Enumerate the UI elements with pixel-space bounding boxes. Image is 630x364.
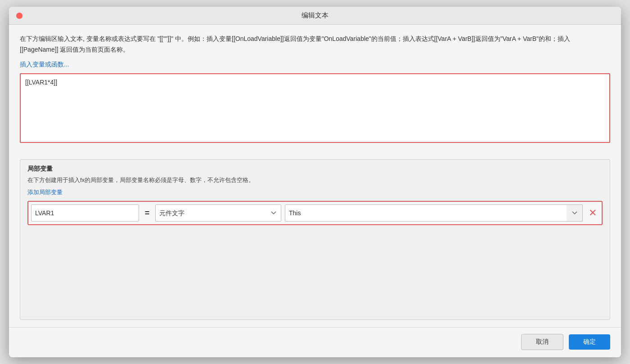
editor-content: [[LVAR1*4]]	[24, 78, 606, 87]
add-local-var-link[interactable]: 添加局部变量	[27, 188, 63, 196]
dialog-body: 在下方编辑区输入文本, 变量名称或表达式要写在 "[[""]]" 中。例如：插入…	[9, 25, 621, 327]
delete-var-button[interactable]: ✕	[586, 207, 599, 219]
var-row-wrapper: = 元件文字 元件宽度 元件高度 元件X 元件Y 全局变量 局部变量	[27, 201, 603, 225]
equals-sign: =	[143, 209, 152, 218]
var-row: = 元件文字 元件宽度 元件高度 元件X 元件Y 全局变量 局部变量	[31, 204, 599, 222]
dialog-title: 编辑文本	[302, 11, 328, 20]
insert-variable-link[interactable]: 插入变量或函数...	[20, 61, 610, 69]
var-value-input[interactable]	[285, 204, 583, 222]
dialog-footer: 取消 确定	[9, 327, 621, 357]
description-text: 在下方编辑区输入文本, 变量名称或表达式要写在 "[[""]]" 中。例如：插入…	[20, 34, 610, 55]
cancel-button[interactable]: 取消	[521, 334, 563, 350]
var-value-dropdown-arrow[interactable]	[567, 204, 583, 222]
local-var-desc: 在下方创建用于插入fx的局部变量，局部变量名称必须是字母、数字，不允许包含空格。	[27, 176, 603, 185]
confirm-button[interactable]: 确定	[569, 334, 610, 350]
edit-text-dialog: 编辑文本 在下方编辑区输入文本, 变量名称或表达式要写在 "[[""]]" 中。…	[9, 7, 621, 357]
local-var-section: 局部变量 在下方创建用于插入fx的局部变量，局部变量名称必须是字母、数字，不允许…	[20, 159, 610, 320]
var-type-select[interactable]: 元件文字 元件宽度 元件高度 元件X 元件Y 全局变量 局部变量	[155, 204, 281, 222]
close-button[interactable]	[16, 13, 22, 19]
title-bar: 编辑文本	[9, 7, 621, 25]
var-name-input[interactable]	[31, 204, 139, 222]
text-editor[interactable]: [[LVAR1*4]]	[20, 73, 610, 143]
local-var-title: 局部变量	[27, 165, 603, 173]
chevron-down-icon	[572, 211, 577, 215]
var-value-wrapper	[285, 204, 583, 222]
